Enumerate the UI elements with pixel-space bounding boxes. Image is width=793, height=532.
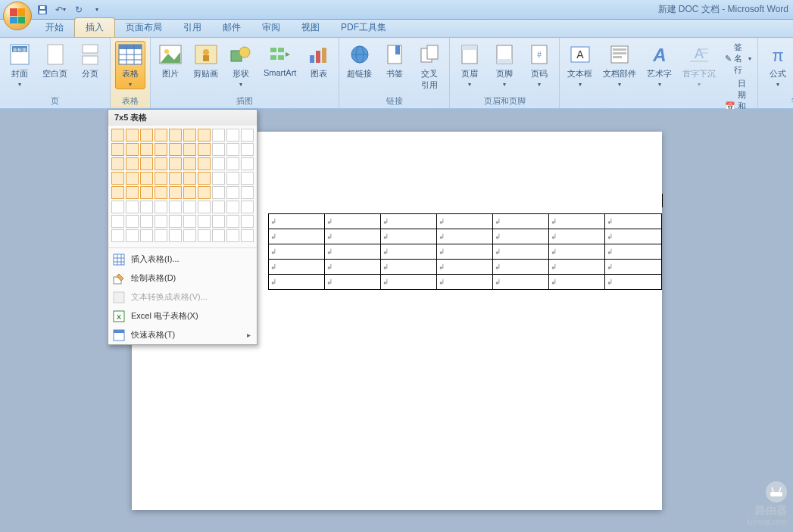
grid-cell[interactable] — [226, 201, 239, 213]
table-cell[interactable]: ↲ — [324, 260, 380, 275]
table-cell[interactable]: ↲ — [324, 244, 380, 260]
grid-cell[interactable] — [212, 215, 225, 228]
grid-cell[interactable] — [169, 157, 182, 170]
grid-cell[interactable] — [169, 201, 182, 213]
grid-cell[interactable] — [169, 215, 182, 228]
insert-table-item[interactable]: 插入表格(I)... — [108, 250, 257, 269]
table-size-grid[interactable] — [108, 126, 257, 246]
table-cell[interactable]: ↲ — [605, 260, 661, 275]
picture-button[interactable]: 图片 — [155, 41, 186, 81]
grid-cell[interactable] — [111, 157, 124, 170]
table-cell[interactable]: ↲ — [380, 244, 436, 260]
table-cell[interactable]: ↲ — [268, 260, 324, 275]
grid-cell[interactable] — [183, 186, 196, 199]
table-cell[interactable]: ↲ — [380, 275, 436, 290]
grid-cell[interactable] — [140, 157, 153, 170]
footer-button[interactable]: 页脚▾ — [489, 41, 520, 89]
table-cell[interactable]: ↲ — [380, 214, 436, 229]
grid-cell[interactable] — [155, 143, 167, 156]
grid-cell[interactable] — [169, 172, 182, 185]
table-cell[interactable]: ↲ — [493, 260, 549, 275]
table-cell[interactable]: ↲ — [268, 244, 324, 260]
grid-cell[interactable] — [198, 129, 211, 142]
grid-cell[interactable] — [198, 186, 211, 199]
grid-cell[interactable] — [226, 129, 239, 142]
grid-cell[interactable] — [111, 215, 124, 228]
grid-cell[interactable] — [183, 215, 196, 228]
grid-cell[interactable] — [155, 201, 167, 213]
table-cell[interactable]: ↲ — [549, 260, 605, 275]
grid-cell[interactable] — [111, 229, 124, 242]
tab-review[interactable]: 审阅 — [251, 18, 291, 37]
grid-cell[interactable] — [169, 129, 182, 142]
grid-cell[interactable] — [241, 215, 254, 228]
grid-cell[interactable] — [155, 157, 167, 170]
grid-cell[interactable] — [226, 157, 239, 170]
table-cell[interactable]: ↲ — [493, 214, 549, 229]
chart-button[interactable]: 图表 — [304, 41, 334, 81]
grid-cell[interactable] — [111, 172, 124, 185]
grid-cell[interactable] — [126, 143, 139, 156]
grid-cell[interactable] — [111, 186, 124, 199]
grid-cell[interactable] — [212, 229, 225, 242]
grid-cell[interactable] — [126, 215, 139, 228]
table-cell[interactable]: ↲ — [493, 244, 549, 260]
table-cell[interactable]: ↲ — [493, 275, 549, 290]
dropcap-button[interactable]: A首字下沉▾ — [679, 41, 719, 89]
grid-cell[interactable] — [169, 143, 182, 156]
grid-cell[interactable] — [183, 157, 196, 170]
table-cell[interactable]: ↲ — [549, 214, 605, 229]
grid-cell[interactable] — [140, 172, 153, 185]
table-cell[interactable]: ↲ — [324, 275, 380, 290]
grid-cell[interactable] — [140, 229, 153, 242]
grid-cell[interactable] — [226, 172, 239, 185]
grid-cell[interactable] — [126, 172, 139, 185]
grid-cell[interactable] — [212, 186, 225, 199]
grid-cell[interactable] — [212, 157, 225, 170]
grid-cell[interactable] — [183, 229, 196, 242]
table-cell[interactable]: ↲ — [605, 275, 661, 290]
grid-cell[interactable] — [111, 201, 124, 213]
grid-cell[interactable] — [155, 229, 167, 242]
table-cell[interactable]: ↲ — [436, 244, 492, 260]
grid-cell[interactable] — [198, 172, 211, 185]
table-cell[interactable]: ↲ — [436, 260, 492, 275]
grid-cell[interactable] — [126, 201, 139, 213]
save-icon[interactable] — [35, 2, 50, 17]
grid-cell[interactable] — [126, 129, 139, 142]
grid-cell[interactable] — [155, 186, 167, 199]
wordart-button[interactable]: A艺术字▾ — [644, 41, 675, 89]
tab-view[interactable]: 视图 — [291, 18, 330, 37]
table-cell[interactable]: ↲ — [324, 214, 380, 229]
grid-cell[interactable] — [241, 186, 254, 199]
office-button[interactable] — [3, 2, 32, 30]
undo-icon[interactable]: ↶▾ — [53, 2, 68, 17]
grid-cell[interactable] — [155, 172, 167, 185]
table-cell[interactable]: ↲ — [436, 214, 492, 229]
grid-cell[interactable] — [198, 143, 211, 156]
grid-cell[interactable] — [111, 143, 124, 156]
grid-cell[interactable] — [241, 201, 254, 213]
redo-icon[interactable]: ↻ — [71, 2, 86, 17]
draw-table-item[interactable]: 绘制表格(D) — [108, 269, 257, 288]
tab-layout[interactable]: 页面布局 — [115, 18, 173, 37]
grid-cell[interactable] — [241, 157, 254, 170]
quick-table-item[interactable]: 快速表格(T) ▸ — [108, 325, 257, 344]
excel-item[interactable]: X Excel 电子表格(X) — [108, 306, 257, 325]
grid-cell[interactable] — [183, 172, 196, 185]
grid-cell[interactable] — [140, 129, 153, 142]
grid-cell[interactable] — [226, 215, 239, 228]
table-cell[interactable]: ↲ — [605, 229, 661, 244]
page-break-button[interactable]: 分页 — [75, 41, 105, 81]
grid-cell[interactable] — [155, 129, 167, 142]
grid-cell[interactable] — [226, 186, 239, 199]
table-button[interactable]: 表格▾ — [115, 41, 145, 89]
parts-button[interactable]: 文档部件▾ — [600, 41, 639, 89]
table-cell[interactable]: ↲ — [493, 229, 549, 244]
grid-cell[interactable] — [198, 157, 211, 170]
bookmark-button[interactable]: 书签 — [379, 41, 410, 81]
grid-cell[interactable] — [212, 201, 225, 213]
grid-cell[interactable] — [140, 201, 153, 213]
clipart-button[interactable]: 剪贴画 — [190, 41, 221, 81]
table-cell[interactable]: ↲ — [380, 260, 436, 275]
